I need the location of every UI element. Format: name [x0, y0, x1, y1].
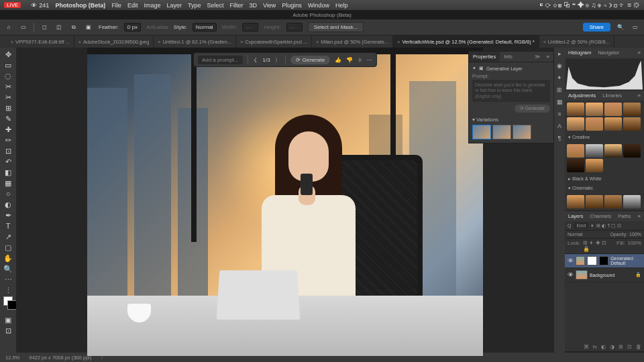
layer-item[interactable]: 👁 Background 🔒 [565, 268, 644, 282]
layer-name[interactable]: Background [590, 273, 614, 278]
menubar-right-icons[interactable]: ◧ ⟳ ⊙ ⊞ ⧉ ☁ ✦ ⊚ ♫ ⊕ ⌥ ☽ ⊡ ᯤ ≡ ⚙ [539, 1, 640, 9]
more-tools[interactable]: ⋯ [1, 274, 15, 285]
delete-layer-icon[interactable]: 🗑 [636, 344, 641, 350]
zoom-level[interactable]: 12.5% [5, 355, 19, 361]
preset-thumb[interactable] [604, 195, 622, 208]
menu-help[interactable]: Help [335, 2, 348, 9]
selection-add-icon[interactable]: ◫ [54, 23, 64, 32]
pen-tool[interactable]: ✒ [1, 210, 15, 221]
panel-menu-icon[interactable]: ≡ [543, 52, 553, 62]
preset-thumb[interactable] [586, 159, 603, 172]
preset-thumb[interactable] [567, 103, 584, 116]
dock-icon-2[interactable]: ◉ [557, 62, 562, 69]
dodge-tool[interactable]: ◐ [1, 199, 15, 210]
stamp-tool[interactable]: ⊡ [1, 145, 15, 156]
crop-tool[interactable]: ✂ [1, 92, 15, 103]
dock-icon-1[interactable]: ▸ [558, 50, 561, 57]
lock-icon[interactable]: 🔒 [635, 272, 641, 278]
hand-tool[interactable]: ✋ [1, 253, 15, 263]
dock-icon-8[interactable]: ¶ [558, 135, 561, 141]
panel-menu-icon[interactable]: ≡ [635, 90, 644, 101]
app-name[interactable]: Photoshop (Beta) [55, 2, 105, 9]
panel-menu-icon[interactable]: ≡ [635, 211, 644, 221]
share-button[interactable]: Share [583, 23, 610, 32]
preset-thumb[interactable] [586, 195, 603, 208]
edit-toolbar[interactable]: ⋮ [1, 285, 15, 296]
menu-window[interactable]: Window [308, 2, 329, 9]
menu-type[interactable]: Type [188, 2, 201, 9]
style-select[interactable]: Normal [193, 23, 217, 32]
variation-thumb-1[interactable] [472, 125, 491, 139]
tab-6[interactable]: ×Untitled-2 @ 50% (RGB/8... [539, 36, 614, 48]
paths-tab[interactable]: Paths [614, 211, 634, 221]
preset-thumb[interactable] [604, 144, 622, 158]
libraries-tab[interactable]: Libraries [599, 90, 625, 101]
menu-file[interactable]: File [111, 2, 121, 9]
menu-layer[interactable]: Layer [166, 2, 182, 9]
preset-thumb[interactable] [623, 117, 641, 131]
feather-input[interactable]: 0 px [124, 23, 141, 32]
panel-menu-icon[interactable]: ≡ [635, 48, 644, 58]
tab-1[interactable]: ×AdobeStock_203198500.jpeg [74, 36, 154, 48]
heal-tool[interactable]: ✚ [1, 124, 15, 135]
panel-generate-button[interactable]: ⟳ Generate [515, 105, 550, 113]
selection-tool[interactable]: ✂ [1, 81, 15, 92]
layer-fx-icon[interactable]: fx [593, 344, 597, 350]
marquee-tool[interactable]: ▭ [1, 60, 15, 70]
generate-button[interactable]: ⟳ Generate [290, 56, 330, 64]
tab-0[interactable]: ×VPP5977-Edit-Edit.tiff ... [7, 36, 74, 48]
selection-new-icon[interactable]: ◻ [40, 23, 49, 32]
layer-mask-icon[interactable]: ◐ [601, 344, 606, 350]
prompt-input[interactable]: Add a prompt... [198, 56, 243, 64]
layer-filter-kind[interactable]: Kind [574, 223, 588, 229]
prompt-textarea[interactable]: Describe what you'd like to generate or … [472, 80, 550, 102]
tab-2[interactable]: ×Untitled-1 @ 62.1% (Gradien... [154, 36, 236, 48]
group-icon[interactable]: ⊞ [619, 344, 623, 350]
blend-mode-select[interactable]: Normal [568, 232, 583, 237]
creative-label[interactable]: Creative [572, 135, 590, 139]
new-layer-icon[interactable]: ⊡ [627, 344, 632, 350]
channels-tab[interactable]: Channels [587, 211, 615, 221]
type-tool[interactable]: T [1, 221, 15, 231]
bw-label[interactable]: Black & White [572, 176, 602, 181]
shape-tool[interactable]: ▢ [1, 242, 15, 253]
eyedropper-tool[interactable]: ✎ [1, 113, 15, 124]
selection-subtract-icon[interactable]: ⧉ [69, 23, 78, 32]
dock-icon-7[interactable]: A [557, 123, 561, 129]
thumbs-down-icon[interactable]: 👎 [346, 57, 353, 63]
select-and-mask-button[interactable]: Select and Mask... [308, 22, 364, 32]
eraser-tool[interactable]: ◧ [1, 167, 15, 178]
screenmode-tool[interactable]: ⊡ [1, 325, 15, 336]
menu-plugins[interactable]: Plugins [282, 2, 302, 9]
home-icon[interactable]: ⌂ [4, 23, 13, 32]
gradient-tool[interactable]: ▦ [1, 178, 15, 188]
preset-thumb[interactable] [623, 144, 641, 158]
marquee-tool-icon[interactable]: ▭ [19, 23, 28, 32]
layer-item[interactable]: 👁 Generated: Default [565, 254, 644, 268]
menu-image[interactable]: Image [144, 2, 160, 9]
dock-icon-4[interactable]: ⊞ [557, 86, 562, 93]
doc-dimensions[interactable]: 9422 px x 7008 px (300 ppi) [29, 355, 91, 361]
thumbs-up-icon[interactable]: 👍 [335, 57, 341, 63]
workspace-icon[interactable]: ▭ [631, 23, 640, 32]
dock-icon-3[interactable]: ✦ [557, 74, 562, 81]
move-tool[interactable]: ✥ [1, 49, 15, 60]
variation-thumb-3[interactable] [513, 125, 531, 139]
next-variation-button[interactable]: 〉 [275, 56, 280, 64]
preset-thumb[interactable] [567, 117, 584, 131]
preset-thumb[interactable] [567, 195, 584, 208]
preset-thumb[interactable] [623, 195, 641, 208]
brush-tool[interactable]: ✏ [1, 135, 15, 145]
path-tool[interactable]: ↗ [1, 231, 15, 242]
info-tab[interactable]: Info [500, 52, 517, 62]
preset-thumb[interactable] [604, 103, 622, 116]
properties-tab[interactable]: Properties [469, 52, 500, 62]
color-swatch[interactable] [1, 296, 15, 306]
layer-name[interactable]: Generated: Default [610, 256, 641, 265]
adjustments-tab[interactable]: Adjustments [565, 90, 599, 101]
taskbar-pin-icon[interactable]: ⊹ [358, 57, 362, 63]
zoom-tool[interactable]: 🔍 [1, 263, 15, 274]
tab-4[interactable]: ×Milan.psd @ 50% (Generate... [312, 36, 393, 48]
visibility-icon[interactable]: 👁 [568, 257, 574, 264]
menu-view[interactable]: View [263, 2, 276, 9]
